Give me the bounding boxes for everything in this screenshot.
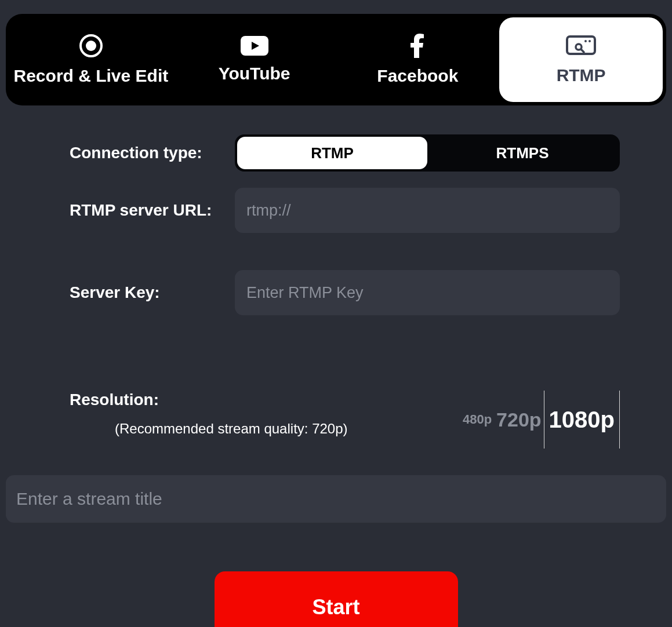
svg-line-6: [581, 49, 584, 52]
resolution-hint: (Recommended stream quality: 720p): [115, 421, 460, 437]
server-key-input[interactable]: [235, 270, 620, 315]
record-icon: [79, 34, 103, 58]
tab-label: YouTube: [219, 64, 290, 83]
stream-title-row: [6, 475, 666, 523]
resolution-option-1080p[interactable]: 1080p: [544, 391, 620, 449]
tab-record-live-edit[interactable]: Record & Live Edit: [9, 17, 173, 102]
tab-youtube[interactable]: YouTube: [173, 17, 336, 102]
svg-point-8: [589, 40, 591, 42]
server-key-label: Server Key:: [70, 283, 235, 302]
server-url-label: RTMP server URL:: [70, 201, 235, 220]
tab-label: Record & Live Edit: [14, 66, 169, 86]
rtmp-icon: [566, 34, 596, 57]
stream-title-input[interactable]: [6, 475, 666, 523]
connection-type-row: Connection type: RTMP RTMPS: [70, 134, 620, 172]
tab-rtmp[interactable]: RTMP: [499, 17, 663, 102]
resolution-option-480p[interactable]: 480p: [460, 412, 494, 427]
tab-label: RTMP: [557, 65, 606, 85]
connection-type-rtmp[interactable]: RTMP: [237, 137, 427, 169]
resolution-picker[interactable]: 480p 720p 1080p: [460, 391, 620, 449]
start-button-row: Start: [0, 571, 672, 627]
rtmp-form: Connection type: RTMP RTMPS RTMP server …: [0, 105, 672, 449]
destination-tab-bar: Record & Live Edit YouTube Facebook RTMP: [6, 14, 666, 105]
server-url-row: RTMP server URL:: [70, 188, 620, 233]
resolution-row: Resolution: (Recommended stream quality:…: [70, 391, 620, 449]
connection-type-label: Connection type:: [70, 144, 235, 162]
resolution-option-720p[interactable]: 720p: [494, 409, 544, 431]
start-button[interactable]: Start: [215, 571, 458, 627]
svg-point-1: [86, 41, 96, 51]
resolution-label: Resolution:: [70, 391, 460, 409]
tab-label: Facebook: [377, 66, 458, 86]
facebook-icon: [411, 34, 424, 58]
youtube-icon: [241, 36, 268, 56]
connection-type-rtmps[interactable]: RTMPS: [427, 137, 617, 169]
server-url-input[interactable]: [235, 188, 620, 233]
svg-point-7: [584, 40, 587, 42]
tab-facebook[interactable]: Facebook: [336, 17, 500, 102]
connection-type-segmented: RTMP RTMPS: [235, 134, 620, 172]
server-key-row: Server Key:: [70, 270, 620, 315]
